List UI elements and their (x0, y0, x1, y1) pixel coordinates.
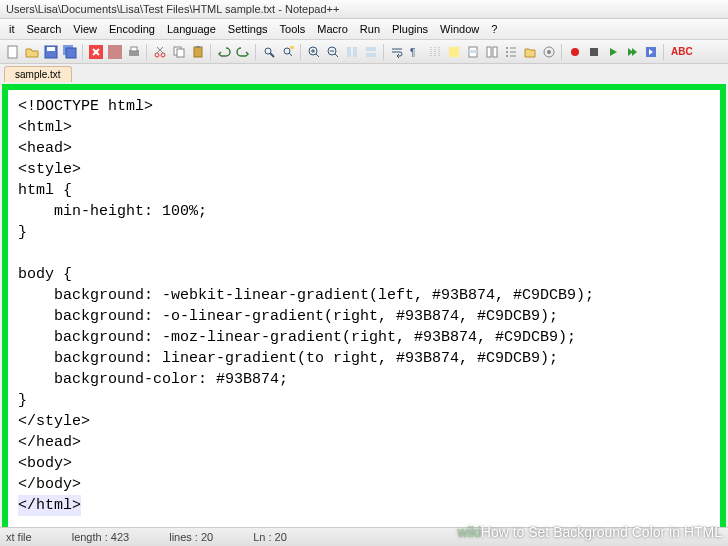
svg-point-32 (571, 48, 579, 56)
menu-item-?[interactable]: ? (486, 21, 502, 37)
doc-map-icon[interactable] (464, 43, 481, 60)
file-tab[interactable]: sample.txt (4, 66, 72, 82)
separator (383, 44, 384, 60)
svg-rect-13 (194, 47, 202, 57)
save-icon[interactable] (42, 43, 59, 60)
svg-text:¶: ¶ (410, 47, 415, 58)
folder-panel-icon[interactable] (521, 43, 538, 60)
wordwrap-icon[interactable] (388, 43, 405, 60)
paste-icon[interactable] (189, 43, 206, 60)
menu-item-macro[interactable]: Macro (312, 21, 353, 37)
menu-item-settings[interactable]: Settings (223, 21, 273, 37)
menu-item-run[interactable]: Run (355, 21, 385, 37)
stop-icon[interactable] (585, 43, 602, 60)
zoom-out-icon[interactable] (324, 43, 341, 60)
svg-rect-6 (108, 45, 122, 59)
separator (210, 44, 211, 60)
svg-rect-23 (366, 53, 376, 57)
watermark-prefix: wiki (457, 524, 480, 540)
svg-rect-14 (196, 46, 200, 48)
tab-bar: sample.txt (0, 64, 728, 82)
copy-icon[interactable] (170, 43, 187, 60)
monitor-icon[interactable] (540, 43, 557, 60)
separator (663, 44, 664, 60)
new-file-icon[interactable] (4, 43, 21, 60)
menu-item-language[interactable]: Language (162, 21, 221, 37)
watermark-text: How to Set Background Color in HTML (481, 524, 722, 540)
menu-item-encoding[interactable]: Encoding (104, 21, 160, 37)
menubar: itSearchViewEncodingLanguageSettingsTool… (0, 19, 728, 40)
toolbar: ¶ ABC (0, 40, 728, 64)
separator (82, 44, 83, 60)
separator (561, 44, 562, 60)
svg-rect-33 (590, 48, 598, 56)
svg-rect-25 (449, 47, 459, 57)
svg-rect-2 (47, 47, 55, 51)
doc-list-icon[interactable] (483, 43, 500, 60)
indent-guide-icon[interactable] (426, 43, 443, 60)
svg-rect-20 (347, 47, 351, 57)
svg-rect-29 (493, 47, 497, 57)
menu-item-it[interactable]: it (4, 21, 20, 37)
status-ln: Ln : 20 (253, 531, 287, 543)
separator (255, 44, 256, 60)
cut-icon[interactable] (151, 43, 168, 60)
func-list-icon[interactable] (502, 43, 519, 60)
svg-rect-8 (131, 47, 137, 51)
tab-label: sample.txt (15, 69, 61, 80)
svg-rect-0 (8, 46, 17, 58)
record-icon[interactable] (566, 43, 583, 60)
separator (300, 44, 301, 60)
menu-item-plugins[interactable]: Plugins (387, 21, 433, 37)
svg-rect-17 (290, 46, 294, 49)
menu-item-search[interactable]: Search (22, 21, 67, 37)
svg-rect-28 (487, 47, 491, 57)
svg-rect-22 (366, 47, 376, 51)
editor-highlight-frame: <!DOCTYPE html> <html> <head> <style> ht… (2, 84, 726, 536)
print-icon[interactable] (125, 43, 142, 60)
redo-icon[interactable] (234, 43, 251, 60)
status-length: length : 423 (72, 531, 130, 543)
sync-v-icon[interactable] (343, 43, 360, 60)
open-file-icon[interactable] (23, 43, 40, 60)
code-editor[interactable]: <!DOCTYPE html> <html> <head> <style> ht… (8, 90, 720, 522)
window-title: Users\Lisa\Documents\Lisa\Test Files\HTM… (6, 3, 339, 15)
user-lang-icon[interactable] (445, 43, 462, 60)
svg-point-31 (547, 50, 551, 54)
find-icon[interactable] (260, 43, 277, 60)
status-filetype: xt file (6, 531, 32, 543)
save-all-icon[interactable] (61, 43, 78, 60)
svg-rect-27 (469, 50, 477, 53)
svg-rect-21 (353, 47, 357, 57)
svg-point-10 (161, 53, 165, 57)
status-lines: lines : 20 (169, 531, 213, 543)
spellcheck-icon[interactable]: ABC (668, 43, 696, 60)
wikihow-watermark: wikiHow to Set Background Color in HTML (457, 524, 722, 540)
save-macro-icon[interactable] (642, 43, 659, 60)
window-titlebar: Users\Lisa\Documents\Lisa\Test Files\HTM… (0, 0, 728, 19)
sync-h-icon[interactable] (362, 43, 379, 60)
show-all-icon[interactable]: ¶ (407, 43, 424, 60)
play-multi-icon[interactable] (623, 43, 640, 60)
close-all-icon[interactable] (106, 43, 123, 60)
svg-rect-12 (177, 49, 184, 57)
menu-item-window[interactable]: Window (435, 21, 484, 37)
svg-point-9 (155, 53, 159, 57)
menu-item-tools[interactable]: Tools (275, 21, 311, 37)
menu-item-view[interactable]: View (68, 21, 102, 37)
play-icon[interactable] (604, 43, 621, 60)
replace-icon[interactable] (279, 43, 296, 60)
separator (146, 44, 147, 60)
zoom-in-icon[interactable] (305, 43, 322, 60)
close-icon[interactable] (87, 43, 104, 60)
svg-rect-4 (66, 48, 76, 58)
undo-icon[interactable] (215, 43, 232, 60)
